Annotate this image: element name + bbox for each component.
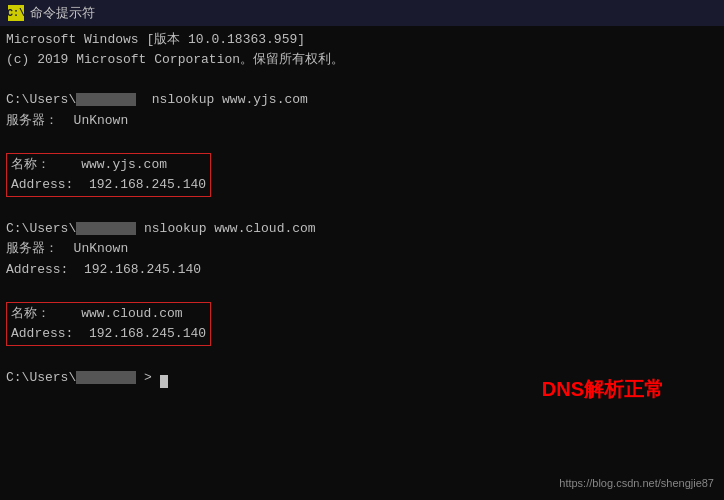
- redacted1: [76, 93, 136, 106]
- blank5: [6, 348, 718, 368]
- address2-line: Address: 192.168.245.140: [6, 260, 718, 280]
- result-box-2: 名称： www.cloud.com Address: 192.168.245.1…: [6, 302, 211, 346]
- cmd-window: C:\ 命令提示符 Microsoft Windows [版本 10.0.183…: [0, 0, 724, 500]
- cmd1-line: C:\Users\ nslookup www.yjs.com: [6, 90, 718, 110]
- cmd-icon: C:\: [8, 5, 24, 21]
- box1-line1: 名称： www.yjs.com: [11, 155, 206, 175]
- box1-line2: Address: 192.168.245.140: [11, 175, 206, 195]
- copyright-line: (c) 2019 Microsoft Corporation。保留所有权利。: [6, 50, 718, 70]
- server2-value: UnKnown: [74, 241, 129, 256]
- cursor: [160, 375, 168, 388]
- box2-line2: Address: 192.168.245.140: [11, 324, 206, 344]
- redacted2: [76, 222, 136, 235]
- result-box-1: 名称： www.yjs.com Address: 192.168.245.140: [6, 153, 211, 197]
- blank2: [6, 131, 718, 151]
- footer-url: https://blog.csdn.net/shengjie87: [559, 475, 714, 492]
- server2-line: 服务器： UnKnown: [6, 239, 718, 259]
- blank4: [6, 280, 718, 300]
- terminal-body[interactable]: Microsoft Windows [版本 10.0.18363.959] (c…: [0, 26, 724, 500]
- server1-value: UnKnown: [58, 113, 128, 128]
- cmd2-line: C:\Users\ nslookup www.cloud.com: [6, 219, 718, 239]
- title-bar: C:\ 命令提示符: [0, 0, 724, 26]
- redacted3: [76, 371, 136, 384]
- win-version-line: Microsoft Windows [版本 10.0.18363.959]: [6, 30, 718, 50]
- box2-line1: 名称： www.cloud.com: [11, 304, 206, 324]
- dns-annotation: DNS解析正常: [542, 374, 664, 405]
- blank1: [6, 70, 718, 90]
- window-title: 命令提示符: [30, 4, 95, 22]
- server1-line: 服务器： UnKnown: [6, 111, 718, 131]
- blank3: [6, 199, 718, 219]
